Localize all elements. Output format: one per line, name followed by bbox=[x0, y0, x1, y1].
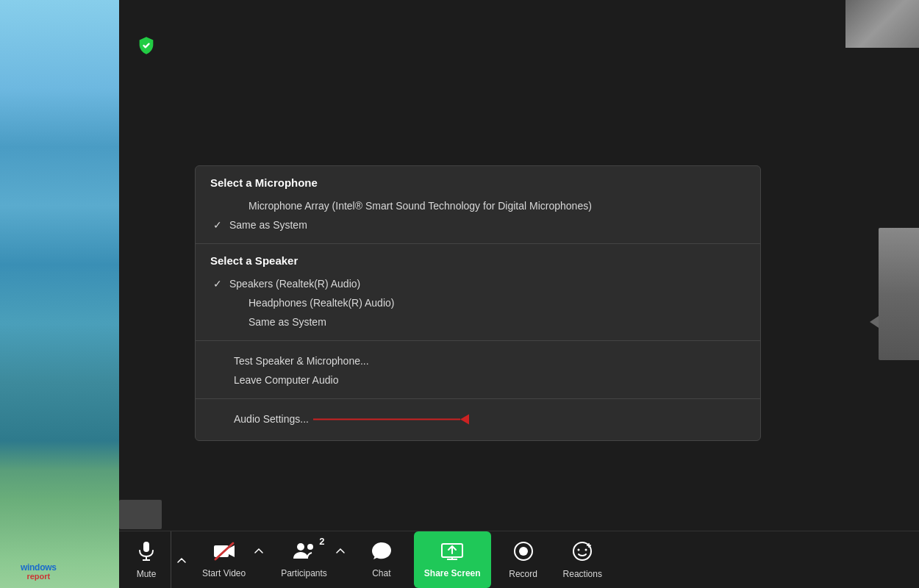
speaker-check-system bbox=[229, 316, 244, 328]
speaker-label-realtek: Speakers (Realtek(R) Audio) bbox=[225, 278, 360, 290]
speaker-item-system[interactable]: Same as System bbox=[210, 312, 745, 331]
chat-button[interactable]: Chat bbox=[352, 531, 411, 588]
reactions-button[interactable]: Reactions bbox=[553, 531, 612, 588]
start-video-button[interactable]: Start Video bbox=[192, 531, 271, 588]
speaker-check-realtek: ✓ bbox=[210, 278, 225, 290]
reactions-icon bbox=[571, 540, 593, 566]
speaker-label-system: Same as System bbox=[244, 316, 326, 328]
speaker-label-headphones: Headphones (Realtek(R) Audio) bbox=[244, 297, 394, 309]
record-button[interactable]: Record bbox=[494, 531, 553, 588]
video-thumbnail-top bbox=[845, 0, 919, 48]
mic-item-array[interactable]: Microphone Array (Intel® Smart Sound Tec… bbox=[210, 196, 745, 215]
share-screen-button[interactable]: Share Screen bbox=[414, 531, 491, 588]
mic-check-array bbox=[229, 200, 244, 212]
mic-label-system: Same as System bbox=[225, 219, 307, 231]
mic-check-system: ✓ bbox=[210, 219, 225, 231]
speaker-check-headphones bbox=[229, 297, 244, 309]
report-label: report bbox=[26, 572, 50, 581]
start-video-label: Start Video bbox=[202, 568, 246, 578]
toolbar: Mute Start Video bbox=[119, 531, 919, 588]
chat-label: Chat bbox=[372, 568, 390, 578]
mute-button[interactable]: Mute bbox=[119, 531, 171, 588]
chat-icon bbox=[371, 541, 393, 565]
video-thumbnail-right bbox=[879, 228, 919, 360]
speaker-item-headphones[interactable]: Headphones (Realtek(R) Audio) bbox=[210, 293, 745, 312]
audio-dropdown-menu: Select a Microphone Microphone Array (In… bbox=[195, 165, 761, 441]
audio-settings-label: Audio Settings... bbox=[229, 413, 309, 425]
mic-label-array: Microphone Array (Intel® Smart Sound Tec… bbox=[244, 200, 592, 212]
audio-settings-item[interactable]: Audio Settings... bbox=[210, 409, 745, 429]
arrow-head bbox=[460, 414, 469, 424]
share-screen-label: Share Screen bbox=[424, 568, 481, 578]
windows-label: windows bbox=[21, 562, 57, 573]
video-arrow bbox=[870, 316, 879, 328]
leave-computer-audio-item[interactable]: Leave Computer Audio bbox=[210, 370, 745, 390]
participants-label: Participants bbox=[281, 568, 327, 578]
test-speaker-mic-label: Test Speaker & Microphone... bbox=[229, 355, 369, 367]
test-speaker-mic-item[interactable]: Test Speaker & Microphone... bbox=[210, 351, 745, 370]
participants-count: 2 bbox=[319, 537, 324, 546]
shield-icon bbox=[136, 35, 157, 59]
background-left bbox=[0, 0, 119, 588]
actions-section: Test Speaker & Microphone... Leave Compu… bbox=[196, 341, 760, 399]
mute-group: Mute bbox=[119, 531, 192, 588]
speaker-section: Select a Speaker ✓ Speakers (Realtek(R) … bbox=[196, 244, 760, 341]
reactions-label: Reactions bbox=[563, 569, 602, 579]
audio-settings-section: Audio Settings... bbox=[196, 399, 760, 440]
svg-rect-0 bbox=[143, 542, 149, 552]
record-icon bbox=[512, 540, 534, 566]
svg-point-12 bbox=[519, 547, 528, 556]
leave-computer-audio-label: Leave Computer Audio bbox=[229, 374, 338, 386]
video-off-icon bbox=[212, 541, 236, 565]
arrow-annotation bbox=[313, 419, 469, 420]
microphone-section: Select a Microphone Microphone Array (In… bbox=[196, 166, 760, 244]
windows-report-branding: windows report bbox=[21, 562, 57, 581]
svg-point-15 bbox=[585, 549, 587, 551]
participants-icon: 2 bbox=[291, 541, 318, 565]
video-thumbnail-left bbox=[119, 500, 162, 529]
svg-point-14 bbox=[578, 549, 580, 551]
participants-button[interactable]: 2 Participants bbox=[271, 531, 352, 588]
svg-point-6 bbox=[297, 543, 304, 551]
speaker-item-realtek[interactable]: ✓ Speakers (Realtek(R) Audio) bbox=[210, 274, 745, 293]
speaker-section-title: Select a Speaker bbox=[210, 254, 745, 267]
record-label: Record bbox=[509, 569, 537, 579]
share-screen-icon bbox=[440, 541, 464, 565]
svg-point-7 bbox=[307, 544, 313, 550]
arrow-line bbox=[313, 418, 460, 420]
mute-chevron-button[interactable] bbox=[171, 531, 192, 588]
mic-section-title: Select a Microphone bbox=[210, 176, 745, 189]
microphone-icon bbox=[135, 540, 157, 566]
mic-item-system[interactable]: ✓ Same as System bbox=[210, 215, 745, 234]
mute-label: Mute bbox=[137, 569, 157, 579]
